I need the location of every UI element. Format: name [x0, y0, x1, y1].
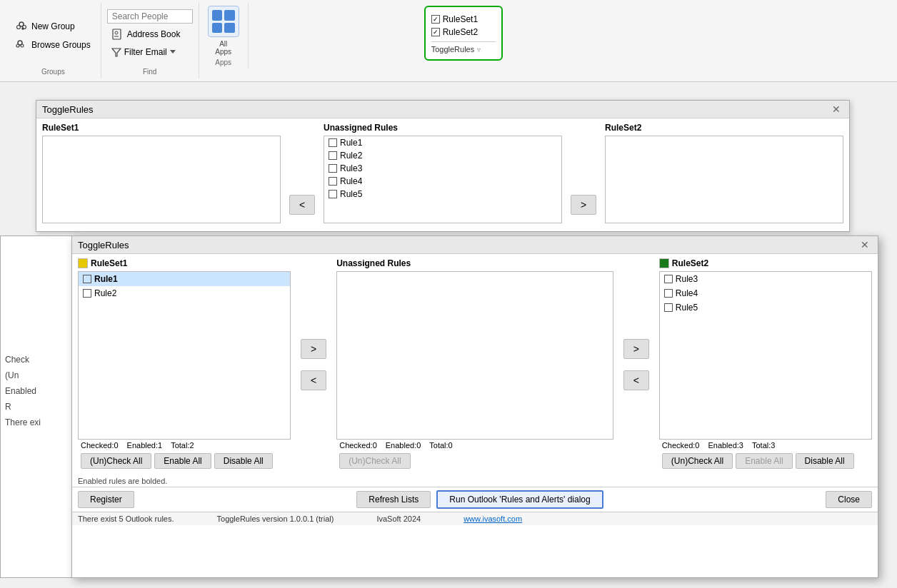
- new-group-button[interactable]: New Group: [11, 19, 95, 34]
- refresh-lists-button[interactable]: Refresh Lists: [356, 491, 431, 508]
- back-ruleset2-header: RuleSet2: [605, 123, 843, 133]
- back-rule1-item[interactable]: Rule1: [324, 136, 561, 149]
- toggle-rules-expand-icon: ▿: [477, 46, 481, 54]
- back-rule3-item[interactable]: Rule3: [324, 162, 561, 175]
- front-rule1-label: Rule1: [94, 274, 118, 284]
- front-mid-left-arrows: > <: [295, 258, 332, 471]
- front-ruleset1-box[interactable]: Rule1 Rule2: [78, 271, 291, 440]
- ruleset2-enabled: Enabled:3: [708, 441, 743, 450]
- partial-panel-content: Check (Un Enabled R There exi: [1, 236, 74, 432]
- back-rule4-label: Rule4: [340, 176, 362, 186]
- apps-cell-4: [224, 23, 235, 34]
- browse-groups-button[interactable]: Browse Groups: [11, 37, 95, 53]
- ruleset2-checked: Checked:0: [662, 441, 700, 450]
- back-rule5-checkbox[interactable]: [329, 190, 337, 198]
- partial-check-label: Check: [5, 355, 70, 365]
- back-rule5-item[interactable]: Rule5: [324, 188, 561, 201]
- back-rule4-checkbox[interactable]: [329, 177, 337, 186]
- ribbon-apps-group: AllApps Apps RuleSet1 RuleSet2 ToggleRul…: [199, 3, 249, 69]
- front-rule4-checkbox[interactable]: [664, 289, 673, 298]
- back-unassigned-header: Unassigned Rules: [324, 123, 562, 133]
- new-group-icon: [16, 21, 27, 32]
- find-label: Find: [143, 65, 156, 76]
- back-window-title: ToggleRules: [42, 104, 94, 115]
- browse-groups-label: Browse Groups: [31, 40, 91, 50]
- back-rule2-checkbox[interactable]: [329, 151, 337, 160]
- back-window-close[interactable]: ✕: [829, 103, 843, 115]
- address-book-button[interactable]: Address Book: [107, 26, 193, 42]
- unassigned-uncheck-all-btn[interactable]: (Un)Check All: [339, 453, 410, 469]
- front-right1-arrow-btn[interactable]: >: [301, 339, 326, 359]
- front-left1-arrow-icon: <: [311, 375, 316, 386]
- front-unassigned-header: Unassigned Rules: [336, 258, 613, 268]
- ruleset2-disable-all-btn[interactable]: Disable All: [796, 453, 854, 469]
- close-button[interactable]: Close: [826, 491, 872, 508]
- unassigned-enabled: Enabled:0: [386, 441, 421, 450]
- ruleset2-item[interactable]: RuleSet2: [431, 26, 496, 39]
- ruleset1-checked: Checked:0: [81, 441, 119, 450]
- back-unassigned-title: Unassigned Rules: [324, 123, 398, 133]
- front-rule2-checkbox[interactable]: [83, 289, 91, 298]
- front-window-close[interactable]: ✕: [858, 239, 872, 250]
- status-center: ToggleRules version 1.0.0.1 (trial): [217, 514, 334, 523]
- ruleset1-uncheck-all-btn[interactable]: (Un)Check All: [81, 453, 151, 469]
- back-ruleset1-box[interactable]: [42, 136, 281, 223]
- run-dialog-button[interactable]: Run Outlook 'Rules and Alerts' dialog: [436, 490, 603, 509]
- register-button[interactable]: Register: [78, 491, 134, 508]
- front-left1-arrow-btn[interactable]: <: [301, 370, 326, 390]
- front-rule3-row[interactable]: Rule3: [660, 272, 871, 286]
- front-rule3-checkbox[interactable]: [664, 275, 673, 283]
- back-window-titlebar: ToggleRules ✕: [36, 101, 849, 118]
- ruleset2-checkbox[interactable]: [431, 28, 440, 36]
- front-unassigned-box[interactable]: [336, 271, 613, 440]
- svg-point-9: [115, 31, 118, 34]
- status-link[interactable]: www.ivasoft.com: [463, 514, 522, 523]
- front-left2-arrow-btn[interactable]: <: [623, 370, 649, 390]
- front-rule5-label: Rule5: [676, 303, 698, 313]
- back-rule1-checkbox[interactable]: [329, 138, 337, 147]
- partial-left-panel: Check (Un Enabled R There exi: [0, 235, 75, 578]
- front-mid-right-arrows: > <: [618, 258, 655, 471]
- front-rule5-row[interactable]: Rule5: [660, 300, 871, 315]
- back-ruleset2-title: RuleSet2: [605, 123, 641, 133]
- back-right-arrow-btn[interactable]: >: [571, 195, 596, 215]
- ruleset1-enable-all-btn[interactable]: Enable All: [154, 453, 211, 469]
- front-rule2-label: Rule2: [94, 288, 116, 298]
- back-unassigned-col: Unassigned Rules Rule1 Rule2 Rule3 Rule: [324, 123, 562, 223]
- filter-email-button[interactable]: Filter Email: [107, 45, 193, 59]
- ruleset1-color-indicator: [78, 258, 88, 268]
- front-rule5-checkbox[interactable]: [664, 303, 673, 312]
- front-unassigned-actions: (Un)Check All: [336, 451, 613, 471]
- back-rule2-item[interactable]: Rule2: [324, 149, 561, 162]
- back-rule3-label: Rule3: [340, 163, 362, 173]
- front-rule1-checkbox[interactable]: [83, 275, 91, 283]
- apps-cell-2: [224, 10, 235, 21]
- filter-chevron-icon: [170, 50, 176, 54]
- ruleset1-disable-all-btn[interactable]: Disable All: [214, 453, 273, 469]
- partial-r-label: R: [5, 402, 70, 412]
- ruleset2-total: Total:3: [752, 441, 775, 450]
- front-rule4-row[interactable]: Rule4: [660, 286, 871, 300]
- front-ruleset1-actions: (Un)Check All Enable All Disable All: [78, 451, 291, 471]
- front-bottom-bar: Register Refresh Lists Run Outlook 'Rule…: [72, 487, 878, 512]
- back-rule4-item[interactable]: Rule4: [324, 175, 561, 188]
- back-left-arrows: <: [286, 123, 318, 223]
- ruleset2-enable-all-btn[interactable]: Enable All: [736, 453, 792, 469]
- back-unassigned-box[interactable]: Rule1 Rule2 Rule3 Rule4 Rule5: [324, 136, 562, 223]
- ruleset2-uncheck-all-btn[interactable]: (Un)Check All: [662, 453, 733, 469]
- ruleset1-dropdown-label: RuleSet1: [443, 14, 478, 24]
- ruleset1-item[interactable]: RuleSet1: [431, 13, 496, 26]
- front-right2-arrow-btn[interactable]: >: [623, 339, 649, 359]
- front-ruleset2-box[interactable]: Rule3 Rule4 Rule5: [659, 271, 872, 440]
- status-left: There exist 5 Outlook rules.: [78, 514, 174, 523]
- ruleset1-checkbox[interactable]: [431, 15, 440, 24]
- back-rule3-checkbox[interactable]: [329, 164, 337, 173]
- search-people-input[interactable]: [107, 9, 193, 24]
- all-apps-button[interactable]: [208, 6, 239, 37]
- back-left-arrow-btn[interactable]: <: [289, 195, 315, 215]
- front-rule2-row[interactable]: Rule2: [79, 286, 290, 300]
- ruleset1-total: Total:2: [171, 441, 194, 450]
- back-ruleset2-box[interactable]: [605, 136, 843, 223]
- front-rule1-row[interactable]: Rule1: [79, 272, 290, 286]
- back-ruleset2-col: RuleSet2: [605, 123, 843, 223]
